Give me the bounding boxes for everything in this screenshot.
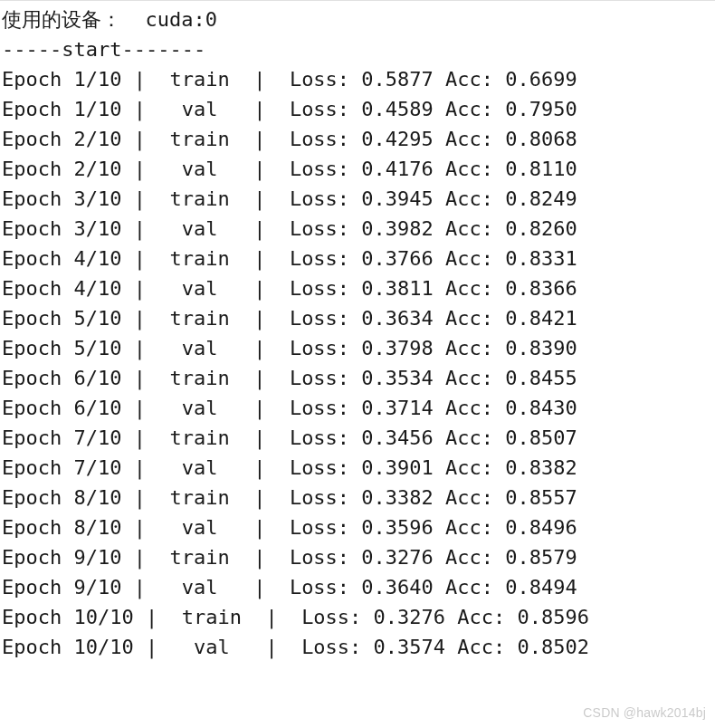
device-label: 使用的设备：	[2, 8, 121, 31]
device-line: 使用的设备： cuda:0	[2, 8, 217, 31]
training-log-lines: Epoch 1/10 | train | Loss: 0.5877 Acc: 0…	[2, 68, 589, 658]
console-output: 使用的设备： cuda:0 -----start------- Epoch 1/…	[0, 1, 715, 662]
start-divider: -----start-------	[2, 38, 205, 61]
device-value: cuda:0	[146, 8, 217, 31]
watermark: CSDN @hawk2014bj	[583, 704, 706, 723]
